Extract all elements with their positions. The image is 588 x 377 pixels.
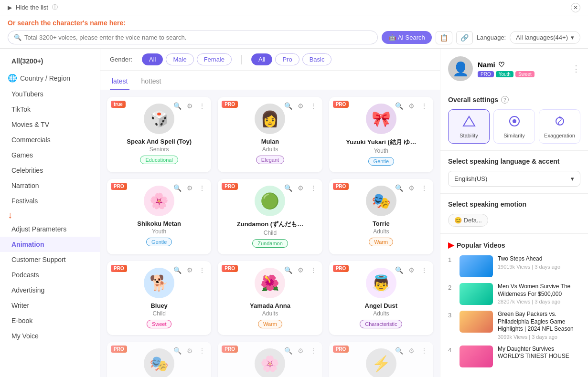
tag-label: Warm bbox=[258, 320, 282, 328]
sidebar-item-festivals[interactable]: Festivals bbox=[0, 193, 100, 209]
search-voice-button[interactable]: 🔍 bbox=[283, 101, 294, 111]
more-voice-button[interactable]: ⋮ bbox=[419, 265, 429, 275]
more-voice-button[interactable]: ⋮ bbox=[419, 183, 429, 193]
settings-voice-button[interactable]: ⚙ bbox=[184, 101, 195, 111]
sidebar-item-advertising[interactable]: Advertising bbox=[0, 283, 100, 298]
sidebar-item-adjust[interactable]: Adjust Parameters bbox=[0, 221, 100, 237]
sidebar-item-podcasts[interactable]: Podcasts bbox=[0, 267, 100, 283]
quality-basic-button[interactable]: Basic bbox=[302, 53, 332, 65]
sidebar-item-youtubers[interactable]: YouTubers bbox=[0, 86, 100, 102]
video-num-4: 4 bbox=[448, 346, 455, 354]
search-row: 🔍 🤖 AI Search 📋 🔗 Language: All language… bbox=[8, 31, 580, 44]
similarity-label: Similarity bbox=[497, 133, 532, 138]
settings-voice-button[interactable]: ⚙ bbox=[296, 183, 306, 193]
chevron-down-icon: ▾ bbox=[571, 34, 574, 41]
language-dropdown[interactable]: English(US) ▾ bbox=[448, 171, 580, 187]
search-voice-button[interactable]: 🔍 bbox=[172, 265, 182, 275]
more-voice-button[interactable]: ⋮ bbox=[308, 101, 319, 111]
more-voice-button[interactable]: ⋮ bbox=[308, 346, 319, 356]
search-input-wrap[interactable]: 🔍 bbox=[8, 31, 378, 44]
search-voice-button[interactable]: 🔍 bbox=[283, 183, 294, 193]
pro-badge: PRO bbox=[111, 183, 127, 190]
sidebar-item-narration[interactable]: Narration bbox=[0, 178, 100, 193]
video-item-2[interactable]: 2 Men Vs Women Survive The Wilderness Fo… bbox=[448, 283, 580, 305]
video-thumb-3 bbox=[460, 311, 493, 333]
more-voice-button[interactable]: ⋮ bbox=[308, 265, 319, 275]
video-num-3: 3 bbox=[448, 312, 455, 319]
card-zundamon: PRO 🔍 ⚙ ⋮ 🟢 Zundamon (ずんだも… Child Zundam… bbox=[218, 179, 322, 254]
exaggeration-button[interactable]: Exaggeration bbox=[539, 109, 580, 144]
search-input[interactable] bbox=[24, 34, 372, 41]
settings-voice-button[interactable]: ⚙ bbox=[296, 265, 306, 275]
more-voice-button[interactable]: ⋮ bbox=[419, 101, 429, 111]
sidebar-item-commercials[interactable]: Commercials bbox=[0, 132, 100, 147]
close-icon[interactable]: ✕ bbox=[571, 3, 580, 12]
search-voice-button[interactable]: 🔍 bbox=[394, 265, 405, 275]
settings-voice-button[interactable]: ⚙ bbox=[406, 183, 417, 193]
sidebar-item-celebrities[interactable]: Celebrities bbox=[0, 163, 100, 178]
more-options-icon[interactable]: ⋮ bbox=[572, 63, 580, 74]
quality-pro-button[interactable]: Pro bbox=[275, 53, 299, 65]
heart-icon[interactable]: ♡ bbox=[498, 61, 504, 69]
export-button[interactable]: 📋 bbox=[436, 31, 452, 44]
search-voice-button[interactable]: 🔍 bbox=[394, 346, 405, 356]
more-voice-button[interactable]: ⋮ bbox=[197, 265, 207, 275]
sidebar-country-label: Country / Region bbox=[20, 74, 70, 82]
tag-label: Elegant bbox=[256, 156, 284, 164]
sidebar-item-e-book[interactable]: E-book bbox=[0, 313, 100, 328]
cards-grid: true 🔍 ⚙ ⋮ 🎲 Speak And Spell (Toy) Senio… bbox=[100, 90, 440, 377]
pro-badge: PRO bbox=[222, 346, 238, 353]
settings-voice-button[interactable]: ⚙ bbox=[296, 346, 306, 356]
card-name: Yamada Anna bbox=[225, 302, 315, 309]
sidebar-item-writer[interactable]: Writer bbox=[0, 298, 100, 313]
more-voice-button[interactable]: ⋮ bbox=[308, 183, 319, 193]
similarity-button[interactable]: Similarity bbox=[493, 109, 535, 144]
tab-latest[interactable]: latest bbox=[110, 74, 129, 90]
search-voice-button[interactable]: 🔍 bbox=[394, 101, 405, 111]
search-voice-button[interactable]: 🔍 bbox=[283, 265, 294, 275]
search-voice-button[interactable]: 🔍 bbox=[394, 183, 405, 193]
sidebar-item-my-voice[interactable]: My Voice bbox=[0, 328, 100, 344]
sidebar-item-customer-support[interactable]: Customer Support bbox=[0, 252, 100, 267]
search-voice-button[interactable]: 🔍 bbox=[172, 346, 182, 356]
gender-all-button[interactable]: All bbox=[142, 53, 163, 65]
settings-voice-button[interactable]: ⚙ bbox=[184, 183, 195, 193]
info-icon[interactable]: ⓘ bbox=[52, 3, 58, 11]
settings-voice-button[interactable]: ⚙ bbox=[296, 101, 306, 111]
help-icon[interactable]: ? bbox=[501, 96, 509, 104]
language-selector[interactable]: All languages(44+) ▾ bbox=[510, 31, 580, 44]
settings-voice-button[interactable]: ⚙ bbox=[406, 265, 417, 275]
video-item-1[interactable]: 1 Two Steps Ahead 19019k Views | 3 days … bbox=[448, 255, 580, 277]
tab-hottest[interactable]: hottest bbox=[139, 74, 163, 90]
sidebar-item-movies-tv[interactable]: Movies & TV bbox=[0, 117, 100, 132]
more-voice-button[interactable]: ⋮ bbox=[197, 101, 207, 111]
sidebar-item-tiktok[interactable]: TikTok bbox=[0, 102, 100, 117]
settings-voice-button[interactable]: ⚙ bbox=[184, 265, 195, 275]
quality-all-button[interactable]: All bbox=[251, 53, 272, 65]
sidebar-item-games[interactable]: Games bbox=[0, 147, 100, 163]
card-bluey: PRO 🔍 ⚙ ⋮ 🐕 Bluey Child Sweet bbox=[107, 261, 211, 335]
settings-voice-button[interactable]: ⚙ bbox=[406, 101, 417, 111]
stability-button[interactable]: Stability bbox=[448, 109, 490, 144]
more-voice-button[interactable]: ⋮ bbox=[197, 346, 207, 356]
sidebar-country-region[interactable]: 🌐 Country / Region bbox=[0, 70, 100, 86]
sidebar-item-animation[interactable]: Animation bbox=[0, 237, 100, 252]
settings-voice-button[interactable]: ⚙ bbox=[406, 346, 417, 356]
search-voice-button[interactable]: 🔍 bbox=[283, 346, 294, 356]
card-actions: 🔍 ⚙ ⋮ bbox=[172, 265, 207, 275]
settings-voice-button[interactable]: ⚙ bbox=[184, 346, 195, 356]
card-actions: 🔍 ⚙ ⋮ bbox=[283, 346, 319, 356]
ai-icon: 🤖 bbox=[388, 34, 396, 41]
video-item-4[interactable]: 4 My Daughter Survives WORLD'S TINIEST H… bbox=[448, 346, 580, 367]
gender-male-button[interactable]: Male bbox=[166, 53, 193, 65]
search-voice-button[interactable]: 🔍 bbox=[172, 101, 182, 111]
more-voice-button[interactable]: ⋮ bbox=[419, 346, 429, 356]
ai-search-button[interactable]: 🤖 AI Search bbox=[382, 31, 432, 44]
sidebar-all[interactable]: All(3200+) bbox=[0, 54, 100, 70]
more-voice-button[interactable]: ⋮ bbox=[197, 183, 207, 193]
video-item-3[interactable]: 3 Green Bay Packers vs. Philadelphia Eag… bbox=[448, 311, 580, 340]
link-button[interactable]: 🔗 bbox=[456, 31, 473, 44]
gender-female-button[interactable]: Female bbox=[197, 53, 232, 65]
search-voice-button[interactable]: 🔍 bbox=[172, 183, 182, 193]
emotion-button[interactable]: 😊 Defa... bbox=[448, 214, 488, 227]
